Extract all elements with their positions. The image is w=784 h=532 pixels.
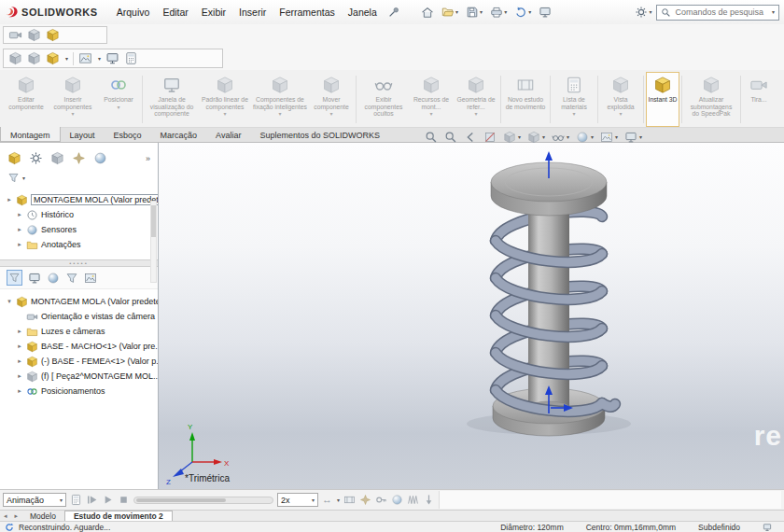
tab-marcacao[interactable]: Marcação: [151, 128, 207, 142]
section-view-button[interactable]: [483, 131, 497, 144]
filter-toggle-button[interactable]: [7, 270, 22, 286]
open-button[interactable]: ▾: [439, 5, 461, 20]
tab-estudo-de-movimento-2[interactable]: Estudo de movimento 2: [64, 511, 173, 521]
ribbon-button-novo-estudo-movimento[interactable]: Novo estudo de movimento: [503, 72, 548, 127]
chevron-down-icon[interactable]: ▾: [22, 175, 25, 181]
command-search[interactable]: ▾: [656, 5, 779, 21]
scrollbar-thumb[interactable]: [151, 205, 156, 237]
menu-arquivo[interactable]: Arquivo: [111, 4, 156, 21]
tab-esboco[interactable]: Esboço: [105, 128, 151, 142]
toolbar-pin-icon[interactable]: [385, 5, 403, 20]
tab-montagem[interactable]: Montagem: [0, 127, 61, 142]
tree-item-base-macho[interactable]: ▸ BASE - MACHO<1> (Valor pre...: [0, 339, 158, 354]
tab-configurationmanager-icon[interactable]: [50, 151, 64, 165]
view-settings-button[interactable]: ▾: [624, 131, 642, 144]
ribbon-button-geometria-referencia[interactable]: Geometria de refer... ▾: [454, 72, 498, 127]
tree-item-posicionamentos[interactable]: ▸ Posicionamentos: [0, 384, 158, 399]
tab-modelo[interactable]: Modelo: [21, 511, 64, 521]
edit-appearance-button[interactable]: ▾: [576, 131, 594, 144]
ribbon-button-fixacao-inteligente[interactable]: Componentes de fixação inteligentes ▾: [251, 72, 309, 127]
undo-button[interactable]: ▾: [511, 5, 534, 20]
study-type-select[interactable]: Animação ▾: [3, 493, 66, 507]
tree-item-orientacao-cameras[interactable]: Orientação e vistas de câmera: [0, 309, 158, 324]
menu-exibir[interactable]: Exibir: [196, 4, 231, 21]
tab-featuremanager-icon[interactable]: [7, 151, 21, 165]
animation-wizard-icon[interactable]: [359, 494, 371, 506]
ribbon-button-posicionar[interactable]: Posicionar ▾: [97, 72, 140, 127]
zoom-area-button[interactable]: [444, 131, 457, 144]
timeline-scrollbar[interactable]: [133, 497, 273, 504]
search-input[interactable]: [675, 7, 767, 17]
menu-janela[interactable]: Janela: [343, 4, 383, 21]
tree-item-luzes-cameras[interactable]: ▸ Luzes e câmeras: [0, 324, 158, 339]
view-orientation-button[interactable]: ▾: [503, 131, 521, 144]
spring-assembly-model[interactable]: Y X Z: [159, 143, 784, 489]
tree-item-base-femea[interactable]: ▸ (-) BASE - FEMEA<1> (Valor p...: [0, 354, 158, 369]
display-pane-icon[interactable]: [28, 272, 41, 285]
assembly-icon[interactable]: [46, 28, 60, 42]
display-style-button[interactable]: ▾: [527, 131, 545, 144]
spring-icon[interactable]: [407, 494, 419, 506]
ribbon-button-inserir-componentes[interactable]: Inserir componentes ▾: [49, 72, 97, 127]
tab-layout[interactable]: Layout: [61, 128, 105, 142]
assembly-icon[interactable]: [46, 51, 60, 65]
ribbon-button-recursos-montagem[interactable]: Recursos de mont... ▾: [409, 72, 454, 127]
screenshot-icon[interactable]: [8, 28, 22, 42]
chevron-down-icon[interactable]: ▾: [98, 56, 101, 62]
expand-icon[interactable]: ▸: [16, 343, 23, 350]
hide-show-items-button[interactable]: ▾: [552, 131, 569, 144]
options-button[interactable]: ▾: [632, 5, 654, 20]
tab-scroll-right-icon[interactable]: ▸: [11, 511, 22, 521]
ribbon-button-padrao-linear[interactable]: Padrão linear de componentes ▾: [199, 72, 251, 127]
panel-splitter[interactable]: •••••: [0, 259, 158, 267]
filter-icon[interactable]: [7, 172, 20, 184]
tab-propertymanager-icon[interactable]: [29, 151, 43, 165]
component-icon[interactable]: [27, 51, 41, 65]
rebuild-button[interactable]: [536, 5, 554, 20]
collapse-icon[interactable]: ▾: [6, 298, 13, 305]
menu-inserir[interactable]: Inserir: [233, 4, 272, 21]
expand-icon[interactable]: ▸: [16, 387, 23, 395]
previous-view-button[interactable]: [464, 131, 477, 144]
tab-scroll-left-icon[interactable]: ◂: [0, 511, 11, 521]
save-animation-icon[interactable]: [343, 494, 356, 506]
play-from-start-icon[interactable]: [86, 494, 98, 506]
stop-icon[interactable]: [118, 494, 130, 506]
tree-item-historico[interactable]: ▸ Histórico: [0, 207, 158, 222]
zoom-fit-button[interactable]: [425, 131, 438, 144]
ribbon-button-lista-materiais[interactable]: Lista de materiais ▾: [553, 72, 595, 127]
chevron-more-icon[interactable]: »: [146, 154, 150, 163]
timeline-area[interactable]: [439, 491, 781, 509]
filter-icon[interactable]: [65, 272, 78, 285]
expand-icon[interactable]: ▸: [16, 328, 23, 335]
ribbon-button-vista-explodida[interactable]: Vista explodida ▾: [600, 72, 641, 127]
graphics-area[interactable]: Y X Z re *Trimétrica: [159, 143, 784, 489]
task-pane-toggle-icon[interactable]: [763, 523, 772, 532]
expand-icon[interactable]: ▸: [16, 357, 23, 365]
calculate-icon[interactable]: [124, 51, 138, 65]
playback-mode-icon[interactable]: ↔: [322, 495, 332, 505]
display-icon[interactable]: [105, 51, 119, 65]
expand-icon[interactable]: ▸: [16, 226, 23, 233]
ribbon-button-editar-componente[interactable]: Editar componente: [4, 72, 49, 127]
tab-displaymanager-icon[interactable]: [93, 151, 107, 165]
tab-avaliar[interactable]: Avaliar: [206, 128, 250, 142]
expand-icon[interactable]: ▸: [6, 196, 13, 203]
ribbon-button-exibir-ocultos[interactable]: Exibir componentes ocultos: [358, 72, 409, 127]
play-icon[interactable]: [102, 494, 114, 506]
tree-item-root-assembly[interactable]: ▾ MONTAGEM MOLA (Valor predete: [0, 294, 158, 309]
chevron-down-icon[interactable]: ▾: [65, 56, 68, 62]
menu-editar[interactable]: Editar: [157, 4, 193, 21]
playback-speed-select[interactable]: 2x ▾: [277, 493, 318, 507]
motor-icon[interactable]: [391, 494, 403, 506]
ribbon-button-janela-visualizacao[interactable]: Janela de visualização do componente: [145, 72, 199, 127]
ribbon-button-mover-componente[interactable]: Mover componente ▾: [309, 72, 354, 127]
home-button[interactable]: [418, 5, 437, 20]
ribbon-button-tirar-instantaneo[interactable]: Tira...: [743, 72, 775, 127]
tree-scrollbar[interactable]: [150, 201, 157, 283]
component-icon[interactable]: [27, 28, 41, 42]
calculate-icon[interactable]: [70, 494, 82, 506]
autokey-icon[interactable]: [375, 494, 387, 506]
tree-item-anotacoes[interactable]: ▸ Anotações: [0, 237, 158, 252]
tree-item-peca2[interactable]: ▸ (f) [ Peça2^MONTAGEM MOL...: [0, 369, 158, 384]
